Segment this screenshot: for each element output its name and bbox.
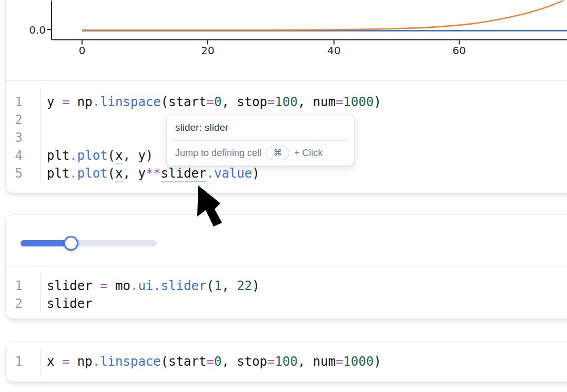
x-tick-label: 20 [201,44,214,57]
tooltip-footer: Jump to defining cell ⌘ + Click [175,146,346,160]
code-line[interactable]: y = np.linspace(start=0, stop=100, num=1… [47,93,381,111]
notebook-cell-x: 1 x = np.linspace(start=0, stop=100, num… [5,342,567,382]
x-tick-label: 0 [79,44,86,57]
tooltip-divider [173,140,348,141]
code-row[interactable]: 1 y = np.linspace(start=0, stop=100, num… [6,93,567,111]
axis-ticks [47,29,460,45]
slider-widget[interactable] [21,236,157,251]
code-editor[interactable]: 1 slider = mo.ui.slider(1, 22) 2 slider [6,266,567,313]
gutter-line-number: 2 [6,111,23,129]
gutter-line-number: 5 [6,164,23,182]
gutter-line-number: 4 [6,147,23,164]
code-row[interactable]: 1 x = np.linspace(start=0, stop=100, num… [6,353,567,370]
mouse-cursor-icon [195,184,226,230]
gutter-line-number: 1 [6,277,23,295]
notebook-cell-slider: 1 slider = mo.ui.slider(1, 22) 2 slider [5,214,567,319]
gutter-line-number: 1 [6,353,23,370]
jump-to-defining-cell-label: Jump to defining cell [175,148,261,159]
code-line[interactable]: slider = mo.ui.slider(1, 22) [47,277,260,295]
tooltip-title: slider: slider [175,122,346,133]
code-editor[interactable]: 1 x = np.linspace(start=0, stop=100, num… [6,342,567,370]
code-line[interactable]: x = np.linspace(start=0, stop=100, num=1… [47,353,381,370]
code-row[interactable]: 2 slider [6,295,567,313]
code-line[interactable]: slider [47,295,93,313]
x-tick-label: 60 [452,44,465,57]
variable-hover-tooltip: slider: slider Jump to defining cell ⌘ +… [166,115,355,166]
code-row[interactable]: 5 plt.plot(x, y**slider.value) [6,164,567,182]
command-key-icon: ⌘ [266,146,289,160]
code-row[interactable]: 1 slider = mo.ui.slider(1, 22) [6,277,567,295]
code-line[interactable]: plt.plot(x, y**slider.value) [47,164,260,182]
gutter-line-number: 3 [6,129,23,147]
gutter-line-number: 2 [6,295,23,313]
click-hint-label: + Click [294,148,323,159]
y-tick-label: 0.0 [29,24,46,36]
x-tick-label: 40 [327,44,340,57]
orange-series-line [82,1,566,30]
gutter-line-number: 1 [6,93,23,111]
slider-fill [21,240,67,246]
code-line[interactable]: plt.plot(x, y) [47,147,153,164]
slider-thumb[interactable] [64,236,78,251]
line-chart: 0.0 0 20 40 60 [6,1,567,80]
